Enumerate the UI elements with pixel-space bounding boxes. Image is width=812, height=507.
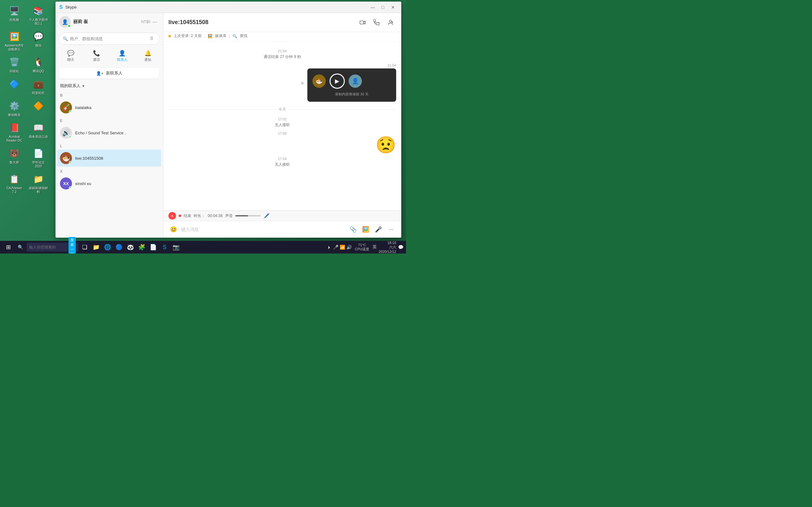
desktop-icon-computer[interactable]: 🖥️ 此电脑 [3, 3, 26, 27]
audio-call-button[interactable] [371, 17, 382, 28]
start-button[interactable]: ⊞ [3, 241, 14, 253]
search-bar: 🔍 ⠿ [59, 33, 160, 45]
more-input-button[interactable]: ··· [386, 224, 396, 234]
volume-fill [235, 215, 248, 216]
contact-item-xinshi[interactable]: XX xinshi xu [57, 175, 161, 192]
time-label-3: 17:04 [168, 131, 396, 135]
desktop-icon-wechat[interactable]: 💬 微信 [27, 29, 49, 53]
desktop-icon-driver[interactable]: ⚙️ 驱动精灵 [3, 98, 26, 118]
taskbar-search-input[interactable] [29, 245, 67, 249]
taskbar-camera[interactable]: 📷 [171, 242, 181, 252]
recording-toolbar: ⏸ 结束 时长： 00:04:38 声音 🖊️ [163, 210, 401, 221]
attachment-button[interactable]: 📎 [348, 224, 358, 234]
chat-icon: 💬 [67, 50, 74, 57]
message-input[interactable] [181, 225, 345, 234]
image-button[interactable]: 🖼️ [361, 224, 371, 234]
status-indicator [168, 35, 171, 38]
title-bar-text: Skype [65, 5, 368, 9]
volume-slider[interactable] [235, 215, 261, 216]
desktop-icon-2[interactable]: 🔶 [27, 98, 49, 118]
desktop-icon-1[interactable]: 🔷 [3, 76, 26, 96]
desktop-icon-recycle[interactable]: 🗑️ 回收站 [3, 55, 26, 74]
search-text[interactable]: 查找 [240, 33, 247, 39]
video-call-button[interactable] [357, 17, 368, 28]
emoji-button[interactable]: 😊 [168, 224, 179, 234]
taskbar-pdf[interactable]: 📄 [148, 242, 158, 252]
svg-rect-0 [360, 21, 364, 24]
taskbar-app-5[interactable]: 🧩 [137, 242, 147, 252]
close-button[interactable]: ✕ [389, 3, 397, 12]
my-contacts-header[interactable]: 我的联系人 ▾ [57, 81, 161, 91]
contact-item-echo[interactable]: 🔊 Echo / Sound Test Service . [57, 124, 161, 141]
window-controls: — □ ✕ [368, 3, 397, 12]
user-balance: NT$0 [141, 20, 150, 24]
search-input[interactable] [70, 37, 146, 41]
sidebar: 👤 丽莉 崔 NT$0 ··· 🔍 ⠿ 💬 聊天 📞 [55, 13, 163, 238]
contact-item-live[interactable]: 🍜 live:104551508 [57, 150, 161, 167]
taskbar-chrome[interactable]: 🔵 [114, 242, 124, 252]
clock-date: 2020/12/12 [379, 249, 396, 253]
user-name: 丽莉 崔 [73, 19, 140, 25]
desktop-icon-apowersoft[interactable]: 🖼️ Apowersoft专业截屏王 [3, 29, 26, 53]
time-label-1: 21:04 [168, 49, 396, 53]
chevron-down-icon: ▾ [83, 84, 84, 88]
desktop-icon-english[interactable]: 📖 商务英语口语 [27, 120, 49, 144]
user-status-dot [67, 24, 71, 27]
expand-tray-icon[interactable]: ⏵ [327, 245, 332, 250]
tab-call[interactable]: 📞 通话 [84, 48, 109, 64]
desktop-icon-caj[interactable]: 📋 CAJViewer 7.2 [3, 171, 26, 195]
time-label-2: 17:02 [168, 117, 396, 121]
search-go-button[interactable]: 搜索一下 [68, 237, 76, 253]
play-button[interactable]: ▶ [329, 73, 345, 89]
maximize-button[interactable]: □ [378, 3, 387, 12]
avatar-live: 🍜 [60, 152, 72, 164]
desktop-icon-acrobat[interactable]: 📕 Acrobat Reader DC [3, 120, 26, 144]
tab-contacts[interactable]: 👤 联系人 [110, 48, 135, 64]
pause-recording-button[interactable]: ⏸ [168, 212, 176, 220]
desktop-icon-library[interactable]: 📚 个人数字图书馆2.1 [27, 3, 49, 27]
skype-logo: S [59, 4, 63, 10]
desktop-icon-qq[interactable]: 🐧 腾讯QQ [27, 55, 49, 74]
section-header-b: B [57, 91, 161, 99]
taskbar-skype[interactable]: S [159, 242, 170, 252]
taskbar-app-4[interactable]: 🐼 [125, 242, 136, 252]
status-dot [69, 186, 72, 189]
nav-tabs: 💬 聊天 📞 通话 👤 联系人 🔔 通知 [55, 47, 163, 65]
contact-info-xinshi: xinshi xu [75, 181, 159, 186]
taskbar-explorer[interactable]: 📁 [91, 242, 101, 252]
desktop-icon-holiday[interactable]: 📁 崔丽莉请假材料 [27, 171, 49, 195]
new-contact-button[interactable]: 👤+ 新联系人 [59, 68, 159, 78]
contact-info-echo: Echo / Sound Test Service . [75, 130, 159, 135]
user-avatar: 👤 [59, 16, 71, 27]
taskbar-search-bar: 搜索一下 [27, 243, 78, 251]
add-contact-icon: 👤+ [96, 71, 104, 76]
media-library-text[interactable]: 媒体库 [215, 33, 226, 39]
taskbar-edge[interactable]: 🌐 [102, 242, 113, 252]
task-view-button[interactable]: ❑ [80, 242, 90, 252]
media-library-icon: 🖼️ [208, 34, 212, 38]
add-person-button[interactable] [385, 17, 396, 28]
volume-tray-icon[interactable]: 🔊 [346, 245, 352, 250]
clock[interactable]: 18:16 六六 2020/12/12 [379, 240, 396, 253]
minimize-button[interactable]: — [368, 3, 377, 12]
mic-tray-icon[interactable]: 🎤 [333, 245, 339, 250]
lang-indicator[interactable]: 英 [372, 244, 377, 250]
grid-button[interactable]: ⠿ [148, 35, 156, 43]
desktop-icon-dahu[interactable]: 🐻 鲁大师 [3, 146, 26, 170]
desktop-icon-alibaba[interactable]: 💼 阿里旺旺 [27, 76, 49, 96]
wifi-tray-icon[interactable]: 📶 [340, 245, 345, 250]
desktop-icon-thesis[interactable]: 📄 学年论文2020 [27, 146, 49, 170]
system-tray: ⏵ 🎤 📶 🔊 [327, 245, 352, 250]
skype-window: S Skype — □ ✕ 👤 丽莉 崔 NT$0 ··· 🔍 [55, 2, 401, 238]
tab-chat[interactable]: 💬 聊天 [58, 48, 83, 64]
chat-subtitle: 上次登录: 2 天前 | 🖼️ 媒体库 | 🔍 查找 [163, 32, 401, 42]
chat-input-area: 😊 📎 🖼️ 🎤 ··· [163, 221, 401, 238]
call-icon: 📞 [93, 50, 100, 57]
notification-icon[interactable]: 💬 [398, 245, 403, 250]
recording-card: 🍜 ▶ 👤 录制内容将保留 30 天 [307, 68, 396, 102]
cortana-button[interactable]: 🔍 [15, 242, 26, 252]
user-more-button[interactable]: ··· [150, 17, 159, 26]
tab-notify[interactable]: 🔔 通知 [136, 48, 160, 64]
voice-button[interactable]: 🎤 [373, 224, 384, 234]
contact-item-balalaika[interactable]: 🎸 balalaika [57, 99, 161, 116]
